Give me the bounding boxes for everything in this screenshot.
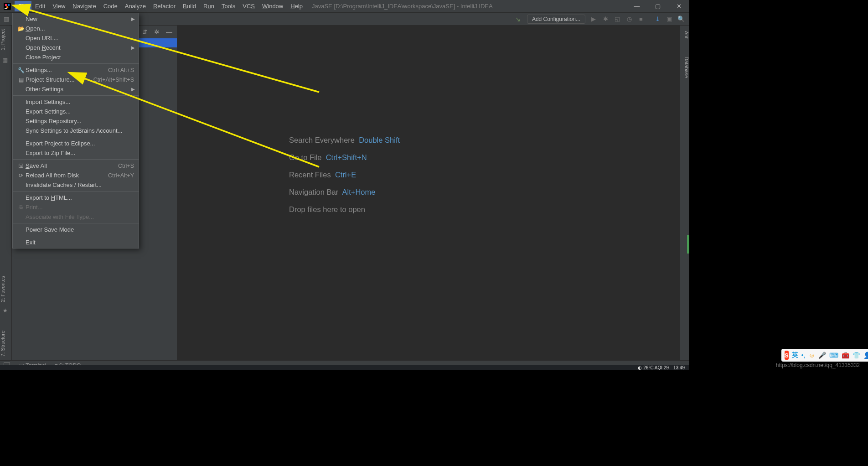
file-menu-open-recent[interactable]: Open Recent▶ [13,43,139,52]
expand-icon[interactable]: ⇵ [142,28,148,36]
file-menu-export-settings[interactable]: Export Settings... [13,107,139,116]
intellij-logo-icon [3,2,12,11]
file-menu-sync-settings-to-jetbrains-account[interactable]: Sync Settings to JetBrains Account... [13,126,139,135]
tool-tab-favorites[interactable]: 2: Favorites [0,272,11,305]
file-menu-import-settings[interactable]: Import Settings... [13,97,139,107]
debug-icon[interactable]: ✱ [600,16,611,22]
taskbar-app-chrome[interactable] [131,365,153,370]
tool-tab-project[interactable]: 1: Project [0,26,11,54]
hide-icon[interactable]: — [166,28,172,36]
taskbar-search[interactable] [22,365,44,370]
menu-view[interactable]: View [49,1,69,11]
maximize-button[interactable]: ▢ [647,0,668,13]
project-view-toggle-icon[interactable]: ▥ [0,13,13,26]
file-menu-power-save-mode[interactable]: Power Save Mode [13,225,139,234]
ime-toolbox-icon[interactable]: 🧰 [842,352,849,359]
ime-mic-icon[interactable]: 🎤 [818,352,826,359]
menu-item-label: Settings... [26,67,108,73]
add-configuration-button[interactable]: Add Configuration... [527,15,585,24]
menu-item-label: Close Project [26,54,134,61]
menu-code[interactable]: Code [100,1,121,11]
folder-open-icon: 📂 [16,26,26,32]
tool-tab-database[interactable]: Database [680,53,689,82]
menu-navigate[interactable]: Navigate [69,1,99,11]
sogou-logo-icon[interactable]: S [785,351,789,360]
coverage-icon[interactable]: ◱ [612,16,623,22]
submenu-arrow-icon: ▶ [131,87,135,92]
run-icon[interactable]: ▶ [588,16,599,22]
file-menu-settings[interactable]: 🔧Settings...Ctrl+Alt+S [13,65,139,75]
folder-icon[interactable]: ▦ [2,57,8,63]
menu-item-label: Export to HTML... [26,194,134,201]
menu-run[interactable]: Run [200,1,218,11]
menu-item-label: Reload All from Disk [26,172,108,179]
reload-icon: ⟳ [16,172,26,179]
menu-bar: FileEditViewNavigateCodeAnalyzeRefactorB… [0,0,689,13]
file-menu-export-project-to-eclipse[interactable]: Export Project to Eclipse... [13,139,139,148]
minimize-button[interactable]: ― [626,0,647,13]
ime-toolbar[interactable]: S 英 •, ☺ 🎤 ⌨ 🧰 👕 👤 [781,349,868,362]
menu-window[interactable]: Window [258,1,287,11]
taskbar-app-explorer[interactable] [88,365,109,370]
menu-vcs[interactable]: VCS [239,1,258,11]
ime-language[interactable]: 英 [792,351,798,359]
file-menu-reload-all-from-disk[interactable]: ⟳Reload All from DiskCtrl+Alt+Y [13,171,139,180]
menu-item-label: Invalidate Caches / Restart... [26,181,134,188]
tool-tab-ant[interactable]: Ant [680,27,689,42]
file-menu-export-to-zip-file[interactable]: Export to Zip File... [13,148,139,158]
menu-build[interactable]: Build [179,1,200,11]
print-icon: 🖶 [16,204,26,211]
taskbar-app-mail[interactable] [109,365,131,370]
ime-user-icon[interactable]: 👤 [863,352,868,359]
ime-skin-icon[interactable]: 👕 [852,352,860,359]
file-menu-project-structure[interactable]: ▤Project Structure...Ctrl+Alt+Shift+S [13,75,139,84]
update-project-icon[interactable]: ⤓ [652,16,663,22]
tool-tab-structure[interactable]: 7: Structure [0,327,11,360]
menu-file[interactable]: File [15,1,31,11]
menu-item-label: Open Recent [26,44,134,51]
ime-keyboard-icon[interactable]: ⌨ [829,352,838,359]
build-hammer-icon[interactable]: ↘ [512,16,524,23]
menu-tools[interactable]: Tools [218,1,239,11]
structure-icon: ▤ [16,77,26,83]
close-button[interactable]: ✕ [668,0,689,13]
ime-emoji-icon[interactable]: ☺ [808,352,815,359]
file-menu-settings-repository[interactable]: Settings Repository... [13,116,139,126]
gear-icon[interactable]: ✲ [154,28,160,36]
editor-empty-state: Search Everywhere Double ShiftGo to File… [177,26,679,360]
menu-refactor[interactable]: Refactor [150,1,179,11]
file-menu-invalidate-caches-restart[interactable]: Invalidate Caches / Restart... [13,180,139,190]
wrench-icon: 🔧 [16,67,26,73]
menu-item-label: Export to Zip File... [26,150,134,156]
taskbar-app-edge[interactable] [153,365,175,370]
menu-item-label: Exit [26,239,134,246]
tray-weather[interactable]: ◐ 26°C AQI 29 [638,365,668,370]
taskbar-app-intellij[interactable] [175,365,197,370]
editor-hint: Search Everywhere Double Shift [289,131,400,149]
menu-help[interactable]: Help [287,1,306,11]
menu-edit[interactable]: Edit [31,1,49,11]
file-menu-open[interactable]: 📂Open... [13,24,139,33]
commit-icon[interactable]: ▣ [664,16,675,22]
file-menu-new[interactable]: New▶ [13,14,139,24]
file-menu-popup: New▶📂Open...Open URL...Open Recent▶Close… [12,13,139,249]
search-everywhere-icon[interactable]: 🔍 [676,16,687,22]
profile-icon[interactable]: ◷ [624,16,635,22]
file-menu-exit[interactable]: Exit [13,238,139,247]
taskbar-taskview[interactable] [44,365,66,370]
ime-punct-icon[interactable]: •, [801,352,806,359]
file-menu-other-settings[interactable]: Other Settings▶ [13,84,139,94]
start-button[interactable] [0,365,22,370]
tray-clock[interactable]: 13:49 [673,365,685,370]
svg-point-4 [6,6,9,8]
file-menu-close-project[interactable]: Close Project [13,52,139,62]
menu-analyze[interactable]: Analyze [121,1,150,11]
menu-item-shortcut: Ctrl+Alt+Shift+S [93,77,134,83]
file-menu-export-to-html[interactable]: Export to HTML... [13,193,139,202]
taskbar-app-copilot[interactable] [66,365,88,370]
stop-icon[interactable]: ■ [636,16,646,22]
file-menu-open-url[interactable]: Open URL... [13,33,139,43]
file-menu-save-all[interactable]: 🖫Save AllCtrl+S [13,161,139,171]
windows-taskbar[interactable]: ◐ 26°C AQI 29 13:49 [0,365,689,370]
file-menu-associate-with-file-type: Associate with File Type... [13,212,139,222]
